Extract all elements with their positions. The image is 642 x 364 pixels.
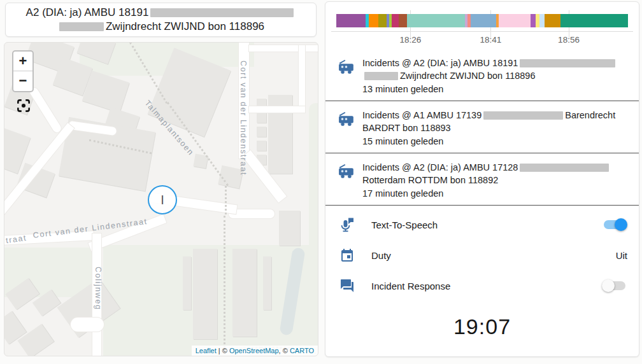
map-road bbox=[71, 318, 104, 332]
locate-crosshair-icon bbox=[15, 97, 32, 114]
incident-response-label: Incident Response bbox=[371, 281, 604, 291]
map-zoom-control: + − bbox=[12, 50, 34, 92]
title-text-1: A2 (DIA: ja) AMBU 18191 bbox=[26, 6, 149, 18]
timeline-segment-7[interactable] bbox=[399, 14, 407, 27]
redacted-text bbox=[364, 72, 398, 80]
timeline-segment-14[interactable] bbox=[531, 14, 536, 27]
incident-title: Incidents @ A1 AMBU 17139Barendrecht BAR… bbox=[362, 109, 626, 134]
clock: 19:07 bbox=[325, 301, 639, 356]
ambulance-icon bbox=[337, 163, 356, 200]
map-building bbox=[263, 256, 271, 310]
map-building bbox=[257, 113, 266, 123]
timeline-bar[interactable] bbox=[336, 14, 628, 27]
incident-time: 15 minuten geleden bbox=[362, 135, 626, 148]
incident-response-toggle[interactable] bbox=[604, 281, 625, 290]
timeline-tick-label: 18:26 bbox=[399, 35, 421, 45]
timeline-tick-label: 18:56 bbox=[558, 35, 580, 45]
street-label-lindenstraat-vertical: Cort van der Lindenstraat bbox=[239, 60, 248, 176]
timeline-segment-13[interactable] bbox=[499, 14, 531, 27]
map-building bbox=[279, 211, 300, 246]
text-to-speech-icon bbox=[339, 217, 355, 232]
timeline: 18:2618:4118:56 bbox=[325, 2, 639, 49]
duty-value: Uit bbox=[616, 250, 627, 261]
title-line-1: A2 (DIA: ja) AMBU 18191 bbox=[26, 6, 296, 20]
map-road bbox=[299, 45, 305, 111]
map-road bbox=[249, 45, 318, 52]
zoom-out-button[interactable]: − bbox=[13, 71, 32, 91]
map-building bbox=[183, 256, 191, 310]
timeline-labels: 18:2618:4118:56 bbox=[336, 35, 628, 49]
setting-row-tts: Text-To-Speech bbox=[325, 209, 639, 240]
timeline-segment-2[interactable] bbox=[369, 14, 378, 27]
incident-item-1[interactable]: Incidents @ A2 (DIA: ja) AMBU 18191Zwijn… bbox=[325, 49, 639, 101]
map-road bbox=[29, 87, 62, 134]
map-building bbox=[257, 127, 266, 137]
map[interactable]: Cort van der Lindenstraat Talmaplantsoen… bbox=[4, 42, 318, 356]
map-building bbox=[193, 249, 217, 339]
title-text-2: Zwijndrecht ZWIJND bon 118896 bbox=[106, 20, 264, 32]
timeline-segment-8[interactable] bbox=[407, 14, 465, 27]
leaflet-link[interactable]: Leaflet bbox=[196, 347, 217, 354]
zoom-in-button[interactable]: + bbox=[13, 52, 32, 71]
incident-item-2[interactable]: Incidents @ A1 AMBU 17139Barendrecht BAR… bbox=[325, 101, 639, 153]
osm-link[interactable]: OpenStreetMap bbox=[229, 347, 279, 354]
map-footpath bbox=[224, 216, 225, 348]
incident-title: Incidents @ A2 (DIA: ja) AMBU 17128Rotte… bbox=[362, 161, 626, 186]
redacted-text bbox=[150, 8, 294, 17]
calendar-icon bbox=[339, 248, 355, 263]
map-green-area bbox=[309, 103, 318, 269]
incident-title-card: A2 (DIA: ja) AMBU 18191 Zwijndrecht ZWIJ… bbox=[5, 3, 317, 37]
timeline-segment-6[interactable] bbox=[392, 14, 398, 27]
map-marker-label: I bbox=[160, 193, 164, 207]
map-attribution: Leaflet | © OpenStreetMap, © CARTO bbox=[192, 346, 318, 356]
title-line-2: Zwijndrecht ZWIJND bon 118896 bbox=[57, 20, 264, 34]
locate-button[interactable] bbox=[15, 97, 32, 114]
map-road bbox=[249, 106, 305, 113]
duty-label: Duty bbox=[371, 250, 616, 261]
incident-response-toggle-thumb bbox=[602, 279, 615, 292]
ambulance-icon bbox=[337, 111, 356, 148]
setting-row-incident-response: Incident Response bbox=[325, 270, 639, 301]
ambulance-icon bbox=[337, 59, 356, 95]
map-footpath bbox=[225, 186, 227, 214]
street-label-colijnweg: Colijnweg bbox=[94, 267, 103, 311]
incident-time: 13 minuten geleden bbox=[362, 83, 626, 95]
tts-toggle[interactable] bbox=[604, 220, 625, 229]
map-building bbox=[257, 141, 266, 151]
tts-label: Text-To-Speech bbox=[371, 220, 604, 230]
status-panel: 18:2618:4118:56 Incidents @ A2 (DIA: ja)… bbox=[325, 1, 639, 357]
carto-link[interactable]: CARTO bbox=[290, 347, 314, 354]
timeline-segment-18[interactable] bbox=[560, 14, 628, 27]
map-marker[interactable]: I bbox=[148, 185, 177, 214]
setting-row-duty[interactable]: Duty Uit bbox=[325, 240, 639, 270]
timeline-axis bbox=[331, 31, 633, 32]
timeline-segment-11[interactable] bbox=[471, 14, 496, 27]
timeline-tick-label: 18:41 bbox=[480, 35, 501, 45]
map-building bbox=[82, 71, 129, 113]
map-building bbox=[232, 249, 257, 337]
incident-time: 17 minuten geleden bbox=[362, 187, 626, 200]
redacted-text bbox=[59, 22, 104, 31]
redacted-text bbox=[520, 59, 615, 67]
timeline-segment-3[interactable] bbox=[378, 14, 387, 27]
timeline-segment-0[interactable] bbox=[336, 14, 366, 27]
tts-toggle-thumb bbox=[615, 218, 627, 231]
timeline-segment-16[interactable] bbox=[539, 14, 545, 27]
redacted-text bbox=[520, 164, 609, 172]
timeline-segment-17[interactable] bbox=[545, 14, 560, 27]
incident-title: Incidents @ A2 (DIA: ja) AMBU 18191Zwijn… bbox=[362, 57, 626, 82]
forum-icon bbox=[339, 278, 355, 293]
incident-item-3[interactable]: Incidents @ A2 (DIA: ja) AMBU 17128Rotte… bbox=[325, 153, 639, 205]
redacted-text bbox=[483, 111, 563, 120]
